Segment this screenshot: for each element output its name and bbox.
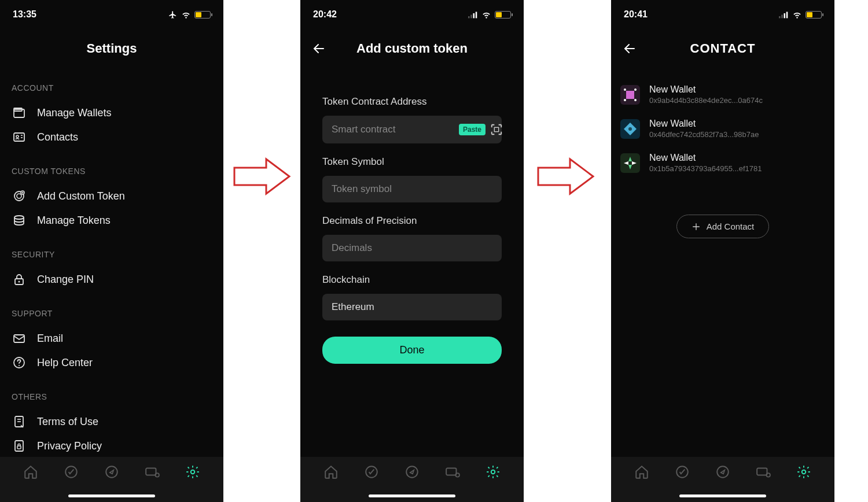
tab-activity[interactable] [63, 464, 79, 480]
section-header-security: SECURITY [12, 250, 212, 259]
add-contact-button[interactable]: Add Contact [676, 215, 769, 238]
input-token-symbol[interactable] [322, 176, 502, 202]
header: Settings [0, 31, 223, 66]
contract-address-field[interactable] [332, 124, 454, 135]
section-header-custom-tokens: CUSTOM TOKENS [12, 167, 212, 176]
contact-address: 0x9ab4d4b3c88e4de2ec...0a674c [649, 96, 763, 105]
row-label: Terms of Use [37, 416, 98, 428]
document-icon [12, 414, 27, 429]
contact-row[interactable]: New Wallet 0x1b5a79343793a64955...ef1781 [620, 146, 825, 180]
svg-point-56 [717, 466, 729, 478]
wifi-icon [181, 10, 191, 19]
tab-activity[interactable] [674, 464, 690, 480]
decimals-field[interactable] [332, 242, 492, 254]
row-label: Email [37, 333, 63, 345]
qr-scan-icon[interactable] [490, 123, 503, 136]
input-decimals[interactable] [322, 235, 502, 261]
svg-rect-38 [781, 14, 783, 18]
settings-item-help-center[interactable]: Help Center [12, 350, 212, 375]
page-title: Settings [87, 41, 137, 56]
section-header-account: ACCOUNT [12, 83, 212, 93]
avatar [620, 153, 640, 173]
svg-rect-40 [786, 12, 788, 18]
settings-item-privacy[interactable]: Privacy Policy [12, 434, 212, 458]
settings-item-manage-wallets[interactable]: Manage Wallets [12, 101, 212, 125]
plus-icon [692, 222, 701, 231]
contact-address: 0x1b5a79343793a64955...ef1781 [649, 164, 762, 173]
paste-button[interactable]: Paste [459, 124, 486, 135]
row-label: Change PIN [37, 274, 94, 286]
lock-icon [12, 272, 27, 287]
row-label: Manage Wallets [37, 107, 111, 119]
settings-item-add-custom-token[interactable]: Add Custom Token [12, 184, 212, 208]
svg-rect-2 [14, 133, 24, 141]
settings-item-terms[interactable]: Terms of Use [12, 409, 212, 434]
svg-rect-37 [779, 16, 781, 18]
settings-item-contacts[interactable]: Contacts [12, 125, 212, 149]
back-button[interactable] [311, 42, 327, 58]
contact-row[interactable]: New Wallet 0x9ab4d4b3c88e4de2ec...0a674c [620, 77, 825, 112]
svg-rect-28 [470, 14, 472, 18]
svg-point-16 [19, 365, 20, 366]
row-label: Contacts [37, 131, 78, 143]
svg-rect-24 [146, 468, 156, 475]
blockchain-field[interactable] [332, 301, 492, 313]
svg-point-7 [17, 194, 21, 198]
section-header-others: OTHERS [12, 392, 212, 401]
signal-icon [779, 10, 789, 19]
mail-icon [12, 331, 27, 346]
done-button[interactable]: Done [322, 337, 502, 364]
add-contact-label: Add Contact [707, 222, 755, 231]
flow-arrow [231, 156, 292, 197]
svg-point-36 [491, 470, 495, 474]
tab-settings[interactable] [185, 464, 201, 480]
back-button[interactable] [621, 42, 638, 58]
svg-rect-39 [784, 13, 786, 18]
svg-point-11 [14, 216, 24, 219]
airplane-icon [168, 10, 178, 19]
tab-assets[interactable] [444, 464, 461, 480]
settings-item-manage-tokens[interactable]: Manage Tokens [12, 208, 212, 232]
svg-rect-21 [17, 446, 21, 449]
tab-home[interactable] [634, 464, 650, 480]
help-icon [12, 355, 27, 370]
svg-point-45 [624, 99, 626, 101]
section-header-support: SUPPORT [12, 309, 212, 318]
contact-name: New Wallet [649, 84, 763, 95]
tab-explore[interactable] [104, 464, 120, 480]
screen-settings: 13:35 Settings ACCOUNT Manage Wallets Co… [0, 0, 223, 502]
settings-item-email[interactable]: Email [12, 326, 212, 350]
wallet-icon [12, 105, 27, 120]
tab-settings[interactable] [796, 464, 812, 480]
screen-contact: 20:41 CONTACT New Wallet 0x9ab4d4b3c88e4… [611, 0, 834, 502]
settings-item-change-pin[interactable]: Change PIN [12, 267, 212, 291]
tab-explore[interactable] [715, 464, 731, 480]
input-contract-address[interactable]: Paste [322, 116, 502, 143]
tab-explore[interactable] [404, 464, 420, 480]
contact-address: 0x46dfec742cd582f7a3...98b7ae [649, 130, 759, 139]
contact-row[interactable]: New Wallet 0x46dfec742cd582f7a3...98b7ae [620, 112, 825, 146]
avatar [620, 85, 640, 105]
tab-settings[interactable] [485, 464, 501, 480]
token-symbol-field[interactable] [332, 183, 492, 195]
svg-point-44 [634, 88, 637, 91]
label-blockchain: Blockchain [322, 274, 502, 286]
status-bar: 20:41 [611, 3, 834, 25]
svg-rect-27 [468, 16, 470, 18]
tab-home[interactable] [323, 464, 339, 480]
svg-point-23 [106, 466, 117, 478]
contacts-icon [12, 130, 27, 145]
svg-point-33 [406, 466, 418, 478]
flow-arrow [535, 156, 596, 197]
home-indicator [369, 494, 455, 497]
tab-assets[interactable] [144, 464, 160, 480]
tab-home[interactable] [23, 464, 39, 480]
battery-icon [194, 11, 211, 19]
tab-assets[interactable] [755, 464, 771, 480]
battery-icon [495, 11, 511, 19]
status-bar: 13:35 [0, 3, 223, 25]
status-time: 20:42 [313, 9, 337, 20]
select-blockchain[interactable] [322, 294, 502, 320]
svg-rect-14 [14, 335, 24, 342]
tab-activity[interactable] [363, 464, 380, 480]
